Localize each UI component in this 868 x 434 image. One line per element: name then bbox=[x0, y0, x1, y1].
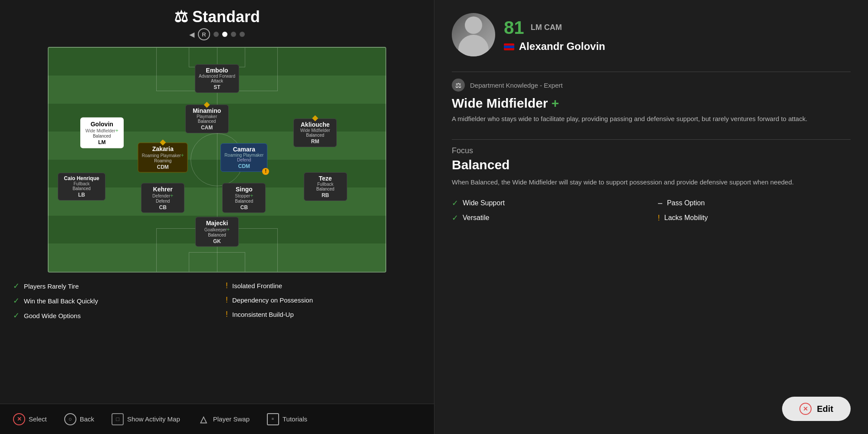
warn-icon-1: ! bbox=[226, 281, 228, 290]
dept-icon: ⚖ bbox=[452, 79, 465, 92]
stat-item-1: ✓ Players Rarely Tire bbox=[13, 281, 208, 291]
role-desc: A midfielder who stays wide to facilitat… bbox=[452, 114, 851, 124]
check-icon-1: ✓ bbox=[13, 281, 20, 291]
stat-item-2: ✓ Win the Ball Back Quickly bbox=[13, 296, 208, 306]
menu-icon: ≡ bbox=[267, 413, 279, 425]
warning-dot-camara: ! bbox=[262, 168, 269, 175]
show-activity-map-button[interactable]: □ Show Activity Map bbox=[112, 413, 180, 425]
attr-pass-option: – Pass Option bbox=[658, 198, 851, 208]
stats-area: ✓ Players Rarely Tire ✓ Win the Ball Bac… bbox=[0, 273, 434, 326]
check-icon-2: ✓ bbox=[13, 296, 20, 306]
attr-wide-support: ✓ Wide Support bbox=[452, 198, 645, 208]
attributes-grid: ✓ Wide Support – Pass Option ✓ Versatile… bbox=[452, 198, 851, 223]
attr-lacks-mobility: ! Lacks Mobility bbox=[658, 213, 851, 223]
player-card-teze[interactable]: Teze Fullback Balanced RB bbox=[304, 172, 347, 201]
select-button[interactable]: ✕ Select bbox=[13, 413, 47, 425]
cross-icon: ✕ bbox=[13, 413, 25, 425]
player-card-camara[interactable]: Camara Roaming Playmaker Defend CDM ! bbox=[220, 143, 267, 172]
edit-close-icon: ✕ bbox=[799, 403, 812, 415]
player-card-singo[interactable]: Singo Stopper+ Balanced CB bbox=[222, 183, 266, 213]
player-full-name: Alexandr Golovin bbox=[504, 40, 851, 53]
warn-icon-2: ! bbox=[226, 296, 228, 305]
dept-label: Department Knowledge - Expert bbox=[470, 82, 562, 89]
player-rating-row: 81 LM CAM bbox=[504, 17, 851, 38]
nav-dot-4[interactable] bbox=[240, 32, 245, 37]
nav-dots[interactable]: ◀ R bbox=[0, 28, 434, 40]
stat-warn-3: ! Inconsistent Build-Up bbox=[226, 310, 421, 319]
role-title: Wide Midfielder + bbox=[452, 96, 851, 111]
field-bottom-small-box bbox=[189, 252, 245, 272]
divider-2 bbox=[452, 139, 851, 140]
player-rating: 81 bbox=[504, 17, 524, 38]
attr-versatile: ✓ Versatile bbox=[452, 213, 645, 223]
edit-btn-row: ✕ Edit bbox=[452, 397, 851, 421]
stat-warn-1: ! Isolated Frontline bbox=[226, 281, 421, 290]
nav-dot-2[interactable] bbox=[222, 32, 227, 37]
minus-icon-pass: – bbox=[658, 198, 663, 208]
check-icon-versatile: ✓ bbox=[452, 213, 458, 223]
balance-icon: ⚖ bbox=[174, 8, 188, 26]
player-card-akliouche[interactable]: Akliouche Wide Midfielder Balanced RM bbox=[293, 118, 337, 147]
stat-item-3: ✓ Good Wide Options bbox=[13, 311, 208, 320]
positive-stats: ✓ Players Rarely Tire ✓ Win the Ball Bac… bbox=[13, 281, 208, 326]
tutorials-button[interactable]: ≡ Tutorials bbox=[267, 413, 307, 425]
player-card-majecki[interactable]: Majecki Goalkeeper+ Balanced GK bbox=[195, 217, 239, 247]
square-icon: □ bbox=[112, 413, 124, 425]
focus-value: Balanced bbox=[452, 158, 851, 172]
player-card-embolo[interactable]: Embolo Advanced Forward Attack ST bbox=[195, 64, 239, 93]
left-panel: ⚖ Standard ◀ R Embolo Advanced Forward A… bbox=[0, 0, 434, 434]
role-section: ⚖ Department Knowledge - Expert bbox=[452, 79, 851, 92]
player-photo bbox=[452, 13, 495, 56]
nav-dot-1[interactable] bbox=[214, 32, 219, 37]
player-info: 81 LM CAM Alexandr Golovin bbox=[504, 17, 851, 53]
nav-r-button[interactable]: R bbox=[198, 28, 210, 40]
check-icon-wide-support: ✓ bbox=[452, 198, 458, 208]
role-plus: + bbox=[551, 96, 559, 111]
nav-left-arrow[interactable]: ◀ bbox=[189, 30, 194, 39]
player-card-kehrer[interactable]: Kehrer Defender+ Defend CB bbox=[141, 183, 184, 213]
player-swap-button[interactable]: Player Swap bbox=[197, 413, 250, 425]
warning-stats: ! Isolated Frontline ! Dependency on Pos… bbox=[226, 281, 421, 326]
triangle-icon bbox=[197, 413, 210, 425]
stat-warn-2: ! Dependency on Possession bbox=[226, 296, 421, 305]
warning-icon-lacks-mobility: ! bbox=[658, 214, 660, 223]
field-container: Embolo Advanced Forward Attack ST Golovi… bbox=[48, 47, 386, 273]
player-card-minamino[interactable]: Minamino Playmaker Balanced CAM bbox=[185, 105, 229, 133]
focus-label: Focus bbox=[452, 146, 851, 155]
player-card-caio[interactable]: Caio Henrique Fullback Balanced LB bbox=[58, 173, 105, 201]
player-header: 81 LM CAM Alexandr Golovin bbox=[452, 13, 851, 56]
warn-icon-3: ! bbox=[226, 310, 228, 319]
russia-flag bbox=[504, 43, 514, 50]
check-icon-3: ✓ bbox=[13, 311, 20, 320]
divider-1 bbox=[452, 72, 851, 72]
focus-desc: When Balanced, the Wide Midfielder will … bbox=[452, 178, 851, 187]
player-card-golovin[interactable]: Golovin Wide Midfielder+ Balanced LM bbox=[80, 117, 124, 148]
bottom-bar: ✕ Select ○ Back □ Show Activity Map Play… bbox=[0, 404, 434, 434]
page-title: ⚖ Standard bbox=[174, 8, 260, 26]
back-button[interactable]: ○ Back bbox=[64, 413, 94, 425]
nav-dot-3[interactable] bbox=[231, 32, 236, 37]
circle-icon: ○ bbox=[64, 413, 76, 425]
right-panel: 81 LM CAM Alexandr Golovin ⚖ Department … bbox=[434, 0, 868, 434]
edit-button[interactable]: ✕ Edit bbox=[782, 397, 851, 421]
title-area: ⚖ Standard ◀ R bbox=[0, 0, 434, 43]
player-card-zakaria[interactable]: Zakaria Roaming Playmaker+ Roaming CDM bbox=[138, 142, 188, 172]
player-positions: LM CAM bbox=[531, 23, 562, 32]
